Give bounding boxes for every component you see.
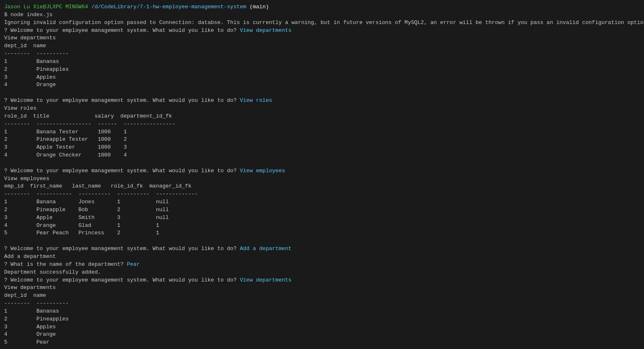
mingw-label: MINGW64 — [62, 4, 88, 10]
username: Jason Lu Xie@JLXPC — [4, 4, 62, 10]
branch: (main) — [246, 4, 269, 10]
path: /d/CodeLibrary/7-1-hw-employee-managemen… — [88, 4, 246, 10]
terminal-header-line: Jason Lu Xie@JLXPC MINGW64 /d/CodeLibrar… — [4, 3, 640, 11]
terminal-window: Jason Lu Xie@JLXPC MINGW64 /d/CodeLibrar… — [4, 3, 640, 349]
terminal-content: $ node index.js Ignoring invalid configu… — [4, 11, 640, 349]
